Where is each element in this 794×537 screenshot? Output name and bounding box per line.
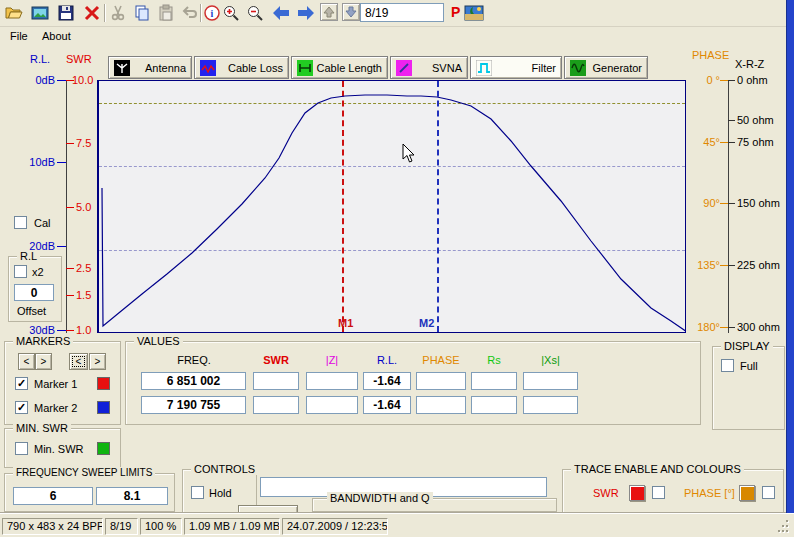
svg-text:i: i (211, 8, 214, 19)
min-swr-checkbox[interactable] (15, 442, 28, 455)
paste-icon[interactable] (156, 3, 176, 23)
ohm-tick (728, 142, 735, 143)
filter-response-plot[interactable]: M1 M2 (97, 80, 686, 333)
ohm-tick-label: 150 ohm (737, 197, 780, 209)
page-number-input[interactable] (360, 3, 444, 22)
trace-swr-checkbox[interactable] (652, 486, 665, 499)
tab-filter[interactable]: Filter (470, 56, 562, 79)
marker1-checkbox[interactable] (15, 377, 28, 390)
marker2-xs-value[interactable] (523, 396, 578, 414)
trace-phase-checkbox[interactable] (762, 486, 775, 499)
phase-tick (720, 142, 728, 143)
phase-tick-label: 90° (684, 197, 720, 209)
marker1-color-swatch[interactable] (97, 377, 110, 390)
marker2-right-button[interactable]: > (89, 353, 106, 370)
tab-antenna[interactable]: Antenna (108, 56, 192, 79)
up-arrow-button[interactable] (320, 3, 338, 21)
marker1-phase-value[interactable] (416, 372, 466, 390)
marker1-rs-value[interactable] (471, 372, 517, 390)
ohm-tick (728, 120, 735, 121)
zoom-out-icon[interactable] (245, 3, 265, 23)
sweep-start-input[interactable] (13, 487, 93, 505)
ohm-tick (728, 80, 735, 81)
marker1-freq-value[interactable] (141, 372, 246, 390)
tab-cable-length[interactable]: Cable Length (291, 56, 388, 79)
markers-group: MARKERS < > < > Marker 1 Marker 2 (4, 341, 121, 425)
cut-icon[interactable] (108, 3, 128, 23)
antenna-icon (114, 60, 130, 76)
sweep-stop-input[interactable] (96, 487, 168, 505)
swr-tick (66, 268, 74, 269)
menu-file[interactable]: File (6, 29, 32, 43)
marker2-color-swatch[interactable] (97, 401, 110, 414)
menu-about[interactable]: About (38, 29, 75, 43)
copy-icon[interactable] (132, 3, 152, 23)
rl-tick (57, 162, 66, 163)
values-group: VALUES FREQ. SWR |Z| R.L. PHASE Rs |Xs| (125, 341, 701, 425)
resize-grip[interactable] (786, 520, 788, 522)
offset-input[interactable] (14, 284, 54, 301)
resize-grip[interactable] (782, 530, 784, 532)
bandwidth-group: BANDWIDTH and Q (312, 498, 557, 512)
ohm-tick-label: 50 ohm (737, 114, 774, 126)
marker1-left-button[interactable]: < (18, 353, 35, 370)
status-page: 8/19 (105, 518, 138, 535)
info-icon[interactable]: i (202, 3, 222, 23)
min-swr-color-swatch[interactable] (97, 442, 110, 455)
next-arrow-icon[interactable] (296, 3, 316, 23)
trace-swr-color-button[interactable] (629, 485, 645, 501)
swr-tick (66, 295, 74, 296)
zoom-in-icon[interactable] (221, 3, 241, 23)
hold-checkbox[interactable] (191, 486, 204, 499)
swr-tick-label: 10.0 (72, 74, 93, 86)
tab-svna[interactable]: SVNA (390, 56, 468, 79)
x2-label: x2 (32, 266, 44, 278)
picture-icon[interactable] (464, 3, 484, 23)
marker2-phase-value[interactable] (416, 396, 466, 414)
offset-button[interactable]: Offset (17, 305, 46, 317)
phase-tick-label: 0 ° (684, 74, 720, 86)
resize-grip[interactable] (786, 530, 788, 532)
undo-icon[interactable] (180, 3, 200, 23)
cal-label: Cal (34, 217, 51, 229)
resize-grip[interactable] (782, 525, 784, 527)
image-file-icon[interactable] (30, 3, 50, 23)
x2-checkbox[interactable] (14, 265, 27, 278)
prev-arrow-icon[interactable] (271, 3, 291, 23)
phase-tick (720, 80, 728, 81)
resize-grip[interactable] (786, 525, 788, 527)
marker2-rl-value[interactable] (363, 396, 411, 414)
swr-tick-label: 1.0 (76, 324, 91, 336)
marker2-left-button[interactable]: < (69, 353, 88, 370)
phase-tick-label: 45° (684, 136, 720, 148)
swr-tick (66, 207, 74, 208)
marker2-z-value[interactable] (306, 396, 358, 414)
marker1-right-button[interactable]: > (35, 353, 52, 370)
menubar: File About (0, 28, 786, 45)
rs-header: Rs (471, 354, 517, 366)
tab-generator[interactable]: Generator (564, 56, 648, 79)
display-group: DISPLAY Full (712, 346, 785, 430)
p-indicator: P (451, 4, 460, 20)
full-checkbox[interactable] (721, 359, 734, 372)
down-arrow-button[interactable] (342, 3, 360, 21)
delete-icon[interactable] (82, 3, 102, 23)
save-icon[interactable] (56, 3, 76, 23)
marker2-checkbox[interactable] (15, 401, 28, 414)
swr-header: SWR (253, 354, 299, 366)
marker1-rl-value[interactable] (363, 372, 411, 390)
open-file-icon[interactable] (4, 3, 24, 23)
marker2-rs-value[interactable] (471, 396, 517, 414)
ohm-tick (728, 203, 735, 204)
trace-phase-color-button[interactable] (739, 485, 755, 501)
marker1-z-value[interactable] (306, 372, 358, 390)
marker1-xs-value[interactable] (523, 372, 578, 390)
marker2-swr-value[interactable] (253, 396, 299, 414)
trace-canvas (99, 81, 686, 332)
resize-grip[interactable] (778, 530, 780, 532)
cal-checkbox[interactable] (14, 216, 27, 229)
mouse-cursor (402, 143, 416, 164)
marker2-freq-value[interactable] (141, 396, 246, 414)
tab-cable-loss[interactable]: Cable Loss (194, 56, 289, 79)
marker1-swr-value[interactable] (253, 372, 299, 390)
